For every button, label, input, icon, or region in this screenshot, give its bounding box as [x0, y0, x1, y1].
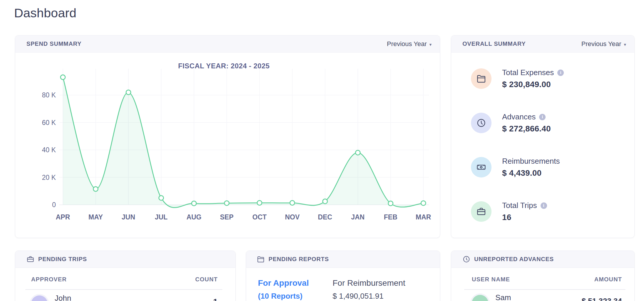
overall-summary-header: OVERALL SUMMARY Previous Year ▾ [451, 35, 634, 53]
info-icon[interactable]: i [541, 202, 547, 209]
overall-period-selector[interactable]: Previous Year ▾ [581, 40, 626, 48]
svg-text:AUG: AUG [187, 213, 202, 221]
divider [464, 289, 625, 290]
pending-reports-card: PENDING REPORTS For Approval (10 Reports… [246, 251, 440, 301]
svg-text:JAN: JAN [351, 213, 365, 221]
banknote-icon [471, 157, 492, 177]
svg-text:DEC: DEC [318, 213, 332, 221]
avatar [472, 295, 488, 301]
reimbursements-row: Reimbursements $ 4,439.00 [471, 157, 625, 177]
svg-text:SEP: SEP [220, 213, 234, 221]
total-trips-value: 16 [502, 213, 547, 222]
svg-text:FEB: FEB [384, 213, 398, 221]
reimbursements-value: $ 4,439.00 [502, 168, 560, 178]
column-approver: APPROVER [31, 276, 67, 283]
page-title: Dashboard [14, 6, 76, 20]
for-approval-label: For Approval [258, 278, 309, 288]
pending-reports-header: PENDING REPORTS [246, 251, 440, 268]
svg-text:JUL: JUL [155, 213, 167, 221]
chevron-down-icon: ▾ [429, 41, 432, 47]
spend-line-chart: APRMAYJUNJULAUGSEPOCTNOVDECJANFEBMAR020 … [15, 53, 440, 238]
total-expenses-value: $ 230,849.00 [502, 80, 564, 89]
reimbursements-label: Reimbursements [502, 157, 560, 166]
for-reimbursement-stat[interactable]: For Reimbursement $ 1,490,051.91 [333, 278, 405, 301]
svg-text:NOV: NOV [285, 213, 300, 221]
spend-summary-card: SPEND SUMMARY Previous Year ▾ FISCAL YEA… [15, 35, 440, 238]
svg-text:MAY: MAY [88, 213, 103, 221]
svg-text:60 K: 60 K [42, 119, 56, 126]
clock-icon [462, 255, 470, 263]
pending-reports-title: PENDING REPORTS [269, 256, 329, 263]
divider [25, 289, 222, 290]
column-user-name: USER NAME [472, 276, 510, 283]
dashboard-page: Dashboard SPEND SUMMARY Previous Year ▾ … [0, 0, 644, 301]
advance-amount: $ 51,323.34 [582, 297, 622, 301]
for-approval-count: (10 Reports) [258, 292, 309, 301]
info-icon[interactable]: i [557, 70, 564, 76]
svg-text:20 K: 20 K [42, 174, 56, 181]
trip-count: 1 [213, 297, 218, 301]
user-name: Sam [495, 293, 511, 301]
clock-icon [471, 113, 492, 133]
chevron-down-icon: ▾ [624, 41, 626, 47]
svg-text:OCT: OCT [252, 213, 267, 221]
spend-period-label: Previous Year [387, 40, 427, 48]
pending-trips-header: PENDING TRIPS [15, 251, 235, 268]
overall-period-label: Previous Year [581, 40, 621, 48]
total-expenses-label: Total Expenses [502, 68, 554, 77]
avatar [31, 295, 48, 301]
svg-text:80 K: 80 K [42, 91, 56, 99]
for-reimbursement-label: For Reimbursement [333, 278, 405, 288]
info-icon[interactable]: i [539, 114, 546, 120]
unreported-advances-title: UNREPORTED ADVANCES [474, 256, 554, 263]
unreported-advances-card: UNREPORTED ADVANCES USER NAME AMOUNT Sam… [451, 251, 635, 301]
folder-icon [257, 255, 265, 263]
overall-summary-title: OVERALL SUMMARY [462, 40, 526, 47]
unreported-advances-header: UNREPORTED ADVANCES [451, 251, 634, 268]
total-trips-label: Total Trips [502, 201, 537, 210]
spend-summary-header: SPEND SUMMARY Previous Year ▾ [15, 35, 440, 53]
svg-text:APR: APR [56, 213, 70, 221]
advances-value: $ 272,866.40 [502, 124, 551, 133]
pending-trips-title: PENDING TRIPS [38, 256, 87, 263]
advances-row: Advances i $ 272,866.40 [471, 113, 625, 133]
total-expenses-row: Total Expenses i $ 230,849.00 [471, 68, 625, 89]
approver-name: John [55, 294, 71, 301]
folder-icon [471, 68, 492, 89]
briefcase-icon [26, 255, 34, 263]
total-trips-row: Total Trips i 16 [471, 201, 625, 222]
column-count: COUNT [195, 276, 218, 283]
briefcase-icon [471, 201, 492, 222]
svg-text:JUN: JUN [122, 213, 135, 221]
overall-summary-card: OVERALL SUMMARY Previous Year ▾ Total Ex… [451, 35, 635, 238]
svg-text:MAR: MAR [416, 213, 431, 221]
spend-period-selector[interactable]: Previous Year ▾ [387, 40, 432, 48]
svg-text:0: 0 [52, 201, 56, 209]
column-amount: AMOUNT [594, 276, 622, 283]
pending-trips-card: PENDING TRIPS APPROVER COUNT John 1 [15, 251, 236, 301]
svg-text:40 K: 40 K [42, 146, 56, 154]
for-approval-stat[interactable]: For Approval (10 Reports) [258, 278, 309, 301]
advances-label: Advances [502, 112, 536, 121]
spend-summary-title: SPEND SUMMARY [26, 40, 81, 47]
for-reimbursement-amount: $ 1,490,051.91 [333, 292, 405, 301]
